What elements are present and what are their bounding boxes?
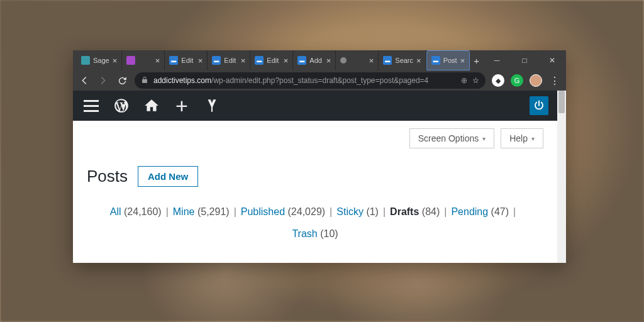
separator: | <box>166 206 169 217</box>
tab-close-icon[interactable]: × <box>284 57 289 65</box>
favicon-icon <box>340 57 347 64</box>
filter-link[interactable]: Mine <box>173 206 195 217</box>
tab-label: Searc <box>395 57 413 64</box>
window-controls: ─ □ ✕ <box>483 50 566 70</box>
url-text: addictivetips.com/wp-admin/edit.php?post… <box>153 76 456 85</box>
panel-buttons: Screen Options Help <box>87 121 543 156</box>
profile-avatar[interactable] <box>530 74 542 87</box>
separator: | <box>383 206 386 217</box>
menu-toggle-icon[interactable] <box>82 96 101 115</box>
tab-close-icon[interactable]: × <box>241 57 246 65</box>
filter-count: (84) <box>422 206 440 217</box>
close-button[interactable]: ✕ <box>538 50 566 70</box>
tab-close-icon[interactable]: × <box>155 57 160 65</box>
tab-label: Post <box>443 57 457 64</box>
separator: | <box>513 206 516 217</box>
browser-menu[interactable]: ⋮ <box>548 74 561 87</box>
favicon-icon: ▬ <box>169 56 178 65</box>
reader-icon[interactable]: ⊕ <box>461 76 467 85</box>
extension-grammarly[interactable]: G <box>511 74 523 87</box>
tab-close-icon[interactable]: × <box>113 57 118 65</box>
browser-tab[interactable]: ▬Add× <box>293 50 336 70</box>
yoast-icon[interactable] <box>203 96 221 115</box>
separator: | <box>330 206 332 217</box>
browser-tab[interactable]: ▬Searc× <box>379 50 426 70</box>
help-button[interactable]: Help <box>501 128 543 148</box>
tab-close-icon[interactable]: × <box>198 57 203 65</box>
favicon-icon: ▬ <box>383 56 392 65</box>
filter-link[interactable]: Trash <box>292 228 317 239</box>
tab-label: Edit <box>267 57 280 64</box>
tab-label: Edit <box>181 57 194 64</box>
filter-count: (24,029) <box>288 206 326 217</box>
screen-options-button[interactable]: Screen Options <box>409 128 495 148</box>
filter-link[interactable]: All <box>110 206 121 217</box>
browser-titlebar: Sage××▬Edit×▬Edit×▬Edit×▬Add××▬Searc×▬Po… <box>73 50 566 70</box>
page-title: Posts <box>87 167 128 186</box>
filter-current: Drafts <box>390 206 422 217</box>
separator: | <box>444 206 447 217</box>
favicon-icon: ▬ <box>297 56 306 65</box>
tab-close-icon[interactable]: × <box>326 57 331 65</box>
tab-label: Add <box>309 57 323 64</box>
filter-count: (1) <box>366 206 379 217</box>
tab-close-icon[interactable]: × <box>460 57 465 65</box>
favicon-icon: ▬ <box>255 56 264 65</box>
filter-link[interactable]: Published <box>241 206 285 217</box>
page-viewport: + Screen Options Help Posts Add New All … <box>73 91 566 263</box>
page-content: Screen Options Help Posts Add New All (2… <box>73 121 557 245</box>
minimize-button[interactable]: ─ <box>483 50 511 70</box>
power-icon[interactable] <box>530 96 548 115</box>
scrollbar[interactable] <box>557 91 566 263</box>
browser-tab[interactable]: ▬Edit× <box>208 50 250 70</box>
wp-admin-bar: + <box>73 91 557 121</box>
back-button[interactable] <box>78 74 91 87</box>
extension-pocket[interactable]: ◆ <box>492 74 504 87</box>
lock-icon <box>141 76 148 86</box>
separator: | <box>234 206 236 217</box>
address-bar: addictivetips.com/wp-admin/edit.php?post… <box>73 70 566 91</box>
post-status-filters: All (24,160)|Mine (5,291)|Published (24,… <box>87 201 543 245</box>
scroll-thumb[interactable] <box>558 91 565 113</box>
favicon-icon <box>81 56 90 65</box>
add-new-icon[interactable]: + <box>172 96 191 115</box>
tab-close-icon[interactable]: × <box>416 57 421 65</box>
add-new-button[interactable]: Add New <box>138 166 198 187</box>
filter-count: (5,291) <box>197 206 230 217</box>
tab-label: Edit <box>224 57 237 64</box>
browser-window: Sage××▬Edit×▬Edit×▬Edit×▬Add××▬Searc×▬Po… <box>73 50 566 263</box>
reload-button[interactable] <box>116 74 128 87</box>
browser-tab[interactable]: Sage× <box>77 50 122 70</box>
browser-tab[interactable]: × <box>336 50 379 70</box>
forward-button[interactable] <box>97 74 109 87</box>
tab-close-icon[interactable]: × <box>369 57 374 65</box>
filter-count: (47) <box>491 206 509 217</box>
tab-label: Sage <box>93 57 109 64</box>
browser-tab[interactable]: ▬Post× <box>426 50 470 70</box>
browser-tab[interactable]: ▬Edit× <box>165 50 208 70</box>
bookmark-icon[interactable]: ☆ <box>472 76 479 85</box>
wordpress-logo-icon[interactable] <box>112 96 131 115</box>
filter-count: (10) <box>320 228 338 239</box>
favicon-icon <box>126 56 135 65</box>
page-heading-row: Posts Add New <box>87 156 543 201</box>
url-field[interactable]: addictivetips.com/wp-admin/edit.php?post… <box>135 72 486 89</box>
browser-tab[interactable]: × <box>122 50 165 70</box>
filter-count: (24,160) <box>124 206 162 217</box>
favicon-icon: ▬ <box>431 56 440 65</box>
favicon-icon: ▬ <box>212 56 221 65</box>
home-icon[interactable] <box>142 96 161 115</box>
filter-link[interactable]: Pending <box>451 206 488 217</box>
browser-tab[interactable]: ▬Edit× <box>250 50 293 70</box>
maximize-button[interactable]: □ <box>511 50 538 70</box>
filter-link[interactable]: Sticky <box>336 206 364 217</box>
new-tab-button[interactable]: + <box>470 50 483 70</box>
tab-strip: Sage××▬Edit×▬Edit×▬Edit×▬Add××▬Searc×▬Po… <box>73 50 470 70</box>
